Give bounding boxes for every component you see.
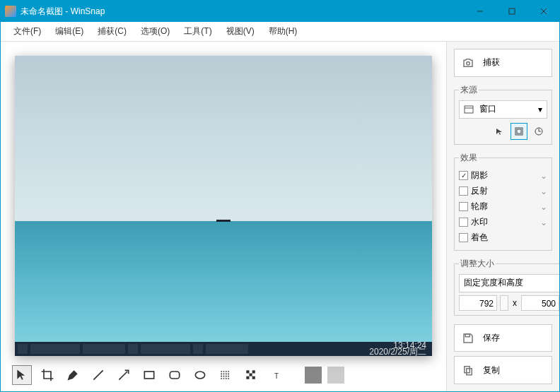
- effects-fieldset: 效果 阴影⌄反射⌄轮廓⌄水印⌄着色: [454, 152, 552, 251]
- taskbar-item: [30, 344, 80, 354]
- ellipse-tool[interactable]: [190, 365, 210, 385]
- menubar: 文件(F)编辑(E)捕获(C)选项(O)工具(T)视图(V)帮助(H): [1, 22, 559, 42]
- checkbox[interactable]: [459, 218, 468, 227]
- crop-tool[interactable]: [37, 365, 57, 385]
- svg-rect-12: [246, 376, 249, 379]
- menu-编辑[interactable]: 编辑(E): [48, 23, 91, 40]
- app-icon: [5, 6, 16, 17]
- menu-捕获[interactable]: 捕获(C): [91, 23, 134, 40]
- menu-工具[interactable]: 工具(T): [177, 23, 218, 40]
- minimize-button[interactable]: [464, 1, 496, 22]
- cursor-mode-button[interactable]: [491, 123, 508, 140]
- rect-icon: [142, 368, 156, 382]
- sky-region: [15, 56, 432, 221]
- pixelate-icon: [244, 368, 258, 382]
- width-input[interactable]: 792: [459, 295, 497, 311]
- pointer-tool[interactable]: [12, 365, 32, 385]
- svg-rect-13: [252, 376, 255, 379]
- text-tool[interactable]: T: [267, 365, 286, 385]
- effect-reflect[interactable]: 反射⌄: [459, 184, 547, 199]
- svg-rect-9: [246, 370, 249, 373]
- effect-watermark[interactable]: 水印⌄: [459, 215, 547, 230]
- screenshot-preview: 13:14:24 2020/2/25/周二: [15, 56, 432, 356]
- taskbar-item: [18, 344, 28, 354]
- resize-mode-value: 固定宽度和高度: [464, 277, 523, 289]
- camera-icon: [462, 57, 474, 69]
- effect-shadow[interactable]: 阴影⌄: [459, 168, 547, 184]
- taskbar-item: [128, 344, 138, 354]
- checkbox[interactable]: [459, 233, 468, 242]
- pen-icon: [66, 368, 80, 382]
- arrow-tool[interactable]: [114, 365, 134, 385]
- taskbar-items: [18, 344, 248, 354]
- svg-text:T: T: [274, 372, 279, 380]
- window-title: 未命名截图 - WinSnap: [21, 6, 105, 18]
- svg-rect-7: [170, 372, 179, 379]
- svg-rect-19: [517, 129, 521, 133]
- effect-label: 反射: [471, 185, 488, 197]
- save-button[interactable]: 保存: [454, 324, 552, 352]
- width-spinner[interactable]: [500, 295, 508, 311]
- svg-rect-11: [250, 374, 252, 376]
- copy-button[interactable]: 复制: [454, 356, 552, 384]
- svg-point-15: [467, 61, 470, 65]
- pen-tool[interactable]: [63, 365, 83, 385]
- ellipse-icon: [193, 368, 207, 382]
- chevron-down-icon: ▾: [538, 105, 542, 114]
- roundrect-tool[interactable]: [165, 365, 185, 385]
- window-icon: [464, 105, 474, 114]
- copy-icon: [462, 364, 474, 376]
- effect-outline[interactable]: 轮廓⌄: [459, 199, 547, 215]
- effects-list: 阴影⌄反射⌄轮廓⌄水印⌄着色: [459, 168, 547, 246]
- svg-rect-10: [252, 370, 255, 373]
- rect-tool[interactable]: [139, 365, 159, 385]
- taskbar-item: [206, 344, 248, 354]
- region-mode-button[interactable]: [511, 123, 527, 140]
- svg-line-4: [93, 370, 103, 379]
- capture-button[interactable]: 捕获: [454, 49, 552, 77]
- source-fieldset: 来源 窗口 ▾: [454, 84, 552, 145]
- color-swatch[interactable]: [350, 367, 367, 384]
- color-swatch[interactable]: [305, 367, 322, 384]
- window-controls: [464, 1, 559, 22]
- chevron-down-icon[interactable]: ⌄: [540, 186, 547, 196]
- blur-tool[interactable]: [216, 365, 235, 385]
- taskbar-item: [193, 344, 203, 354]
- menu-选项[interactable]: 选项(O): [134, 23, 177, 40]
- effect-label: 阴影: [471, 170, 488, 182]
- close-button[interactable]: [527, 1, 559, 22]
- chevron-down-icon[interactable]: ⌄: [540, 171, 547, 181]
- capture-label: 捕获: [483, 57, 500, 69]
- color-swatch[interactable]: [327, 367, 344, 384]
- menu-文件[interactable]: 文件(F): [6, 23, 48, 40]
- copy-label: 复制: [483, 364, 500, 376]
- resize-mode-dropdown[interactable]: 固定宽度和高度 ▾: [459, 274, 559, 292]
- blur-icon: [218, 368, 233, 382]
- tool-tray: T: [1, 359, 446, 391]
- source-dropdown[interactable]: 窗口 ▾: [459, 100, 547, 119]
- chevron-down-icon[interactable]: ⌄: [540, 218, 547, 227]
- canvas-viewport[interactable]: 13:14:24 2020/2/25/周二: [1, 42, 446, 359]
- save-icon: [462, 332, 474, 345]
- svg-point-8: [195, 372, 204, 379]
- pixelate-tool[interactable]: [241, 365, 261, 385]
- menu-帮助[interactable]: 帮助(H): [262, 23, 305, 40]
- svg-rect-1: [509, 8, 515, 14]
- roundrect-icon: [168, 368, 182, 382]
- resize-legend: 调整大小: [459, 258, 496, 270]
- height-input[interactable]: 500: [521, 295, 559, 311]
- maximize-button[interactable]: [496, 1, 527, 22]
- menu-视图[interactable]: 视图(V): [219, 23, 262, 40]
- checkbox[interactable]: [459, 186, 468, 196]
- pointer-icon: [15, 368, 29, 382]
- checkbox[interactable]: [459, 202, 468, 211]
- titlebar[interactable]: 未命名截图 - WinSnap: [1, 1, 559, 22]
- checkbox[interactable]: [459, 171, 468, 180]
- timer-mode-button[interactable]: [530, 123, 547, 140]
- line-tool[interactable]: [88, 365, 108, 385]
- chevron-down-icon[interactable]: ⌄: [540, 202, 547, 212]
- resize-fieldset: 调整大小 固定宽度和高度 ▾ 792 x 500: [454, 258, 559, 316]
- svg-rect-23: [465, 334, 469, 337]
- effect-tint[interactable]: 着色: [459, 230, 547, 246]
- svg-rect-6: [144, 372, 153, 379]
